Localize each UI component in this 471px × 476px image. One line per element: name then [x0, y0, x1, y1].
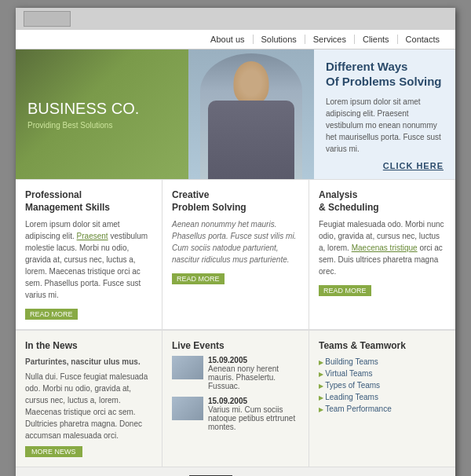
- event-item-1: 15.09.2005 Aenean nony herent mauris. Ph…: [172, 356, 299, 390]
- person-image: [200, 53, 302, 179]
- business-title: BUSINESS CO.: [27, 99, 177, 118]
- nav-services[interactable]: Services: [305, 35, 355, 44]
- teams-col: Teams & Teamwork Building Teams Virtual …: [309, 331, 455, 467]
- skill-title-1: ProfessionalManagement Skills: [25, 189, 152, 214]
- team-item-5: Team Performance: [319, 403, 446, 415]
- skill-body-2: Aenean nonummy het mauris. Phasellus por…: [172, 218, 299, 265]
- click-here-link[interactable]: CLICK HERE: [326, 161, 444, 170]
- hero-left: BUSINESS CO. Providing Best Solutions: [16, 49, 188, 179]
- header: About us Solutions Services Clients Cont…: [16, 8, 455, 49]
- teams-list: Building Teams Virtual Teams Types of Te…: [319, 356, 446, 415]
- nav-solutions[interactable]: Solutions: [254, 35, 305, 44]
- person-head: [234, 61, 269, 104]
- news-col: In the News Parturintes, nascitur ulus m…: [16, 331, 162, 467]
- team-link-1[interactable]: Building Teams: [325, 357, 378, 366]
- nav-contacts[interactable]: Contacts: [398, 35, 447, 44]
- team-item-2: Virtual Teams: [319, 368, 446, 379]
- skill-title-3: Analysis& Scheduling: [319, 189, 446, 214]
- skill-body-1: Lorem ipsum dolor sit amet adipiscing el…: [25, 218, 152, 301]
- logo-bar: [16, 8, 455, 30]
- skill-title-2: CreativeProblem Solving: [172, 189, 299, 214]
- read-more-2[interactable]: READ MORE: [172, 273, 225, 284]
- skill-col-3: Analysis& Scheduling Feugiat malesuada o…: [309, 180, 455, 329]
- events-col: Live Events 15.09.2005 Aenean nony heren…: [162, 331, 309, 467]
- logo: [24, 11, 71, 27]
- event-image-1: [172, 356, 203, 379]
- tagline: Providing Best Solutions: [27, 121, 177, 130]
- read-more-3[interactable]: READ MORE: [319, 285, 371, 296]
- hero-section: BUSINESS CO. Providing Best Solutions Di…: [16, 49, 455, 179]
- event-image-2: [172, 397, 203, 420]
- news-body: Nulla dui. Fusce feugiat malesuada odo. …: [25, 371, 152, 441]
- team-link-5[interactable]: Team Performance: [325, 405, 391, 413]
- teams-title: Teams & Teamwork: [319, 340, 446, 351]
- nav-about[interactable]: About us: [203, 35, 253, 44]
- main-nav: About us Solutions Services Clients Cont…: [16, 30, 455, 49]
- team-link-2[interactable]: Virtual Teams: [325, 369, 372, 378]
- hero-headline: Different Ways Of Problems Solving: [326, 59, 444, 90]
- event-text-1: 15.09.2005 Aenean nony herent mauris. Ph…: [208, 356, 299, 390]
- team-link-3[interactable]: Types of Teams: [325, 381, 380, 390]
- person-body: [208, 101, 294, 179]
- skill-col-2: CreativeProblem Solving Aenean nonummy h…: [162, 180, 309, 329]
- read-more-1[interactable]: READ MORE: [25, 309, 78, 320]
- hero-right: Different Ways Of Problems Solving Lorem…: [314, 49, 455, 179]
- team-item-3: Types of Teams: [319, 379, 446, 391]
- hero-body: Lorem ipsum dolor sit amet adipiscing el…: [326, 96, 444, 155]
- hero-image: [188, 49, 314, 179]
- lower-section: In the News Parturintes, nascitur ulus m…: [16, 329, 455, 467]
- skill-col-1: ProfessionalManagement Skills Lorem ipsu…: [16, 180, 162, 329]
- partners-bar: the BA gracenote crucial SKY bmi N-Strea…: [16, 467, 455, 476]
- nav-clients[interactable]: Clients: [355, 35, 398, 44]
- event-item-2: 15.09.2005 Varius mi. Cum sociis natoque…: [172, 397, 299, 431]
- team-item-4: Leading Teams: [319, 391, 446, 403]
- team-item-1: Building Teams: [319, 356, 446, 368]
- skills-section: ProfessionalManagement Skills Lorem ipsu…: [16, 179, 455, 329]
- news-title: In the News: [25, 340, 152, 351]
- team-link-4[interactable]: Leading Teams: [325, 393, 378, 401]
- events-title: Live Events: [172, 340, 299, 351]
- more-news-button[interactable]: MORE NEWS: [25, 446, 82, 457]
- news-intro: Parturintes, nascitur ulus mus.: [25, 356, 152, 368]
- skill-body-3: Feugiat malesuada odo. Morbi nunc odio, …: [319, 218, 446, 277]
- event-text-2: 15.09.2005 Varius mi. Cum sociis natoque…: [208, 397, 299, 431]
